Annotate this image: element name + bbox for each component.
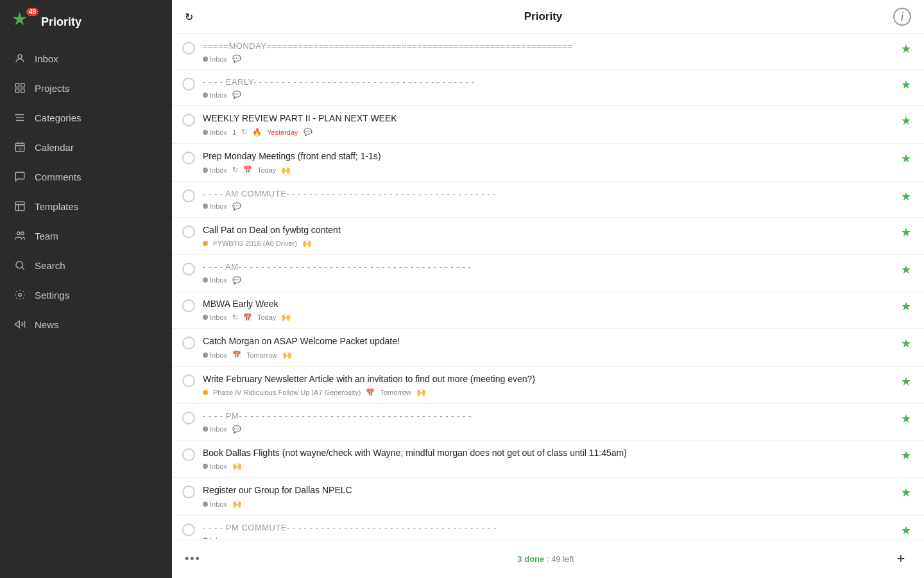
task-title[interactable]: - - - - AM COMMUTE- - - - - - - - - - - … [203,188,893,200]
task-checkbox[interactable] [182,189,195,202]
svg-point-0 [18,55,22,58]
task-title[interactable]: - - - - AM- - - - - - - - - - - - - - - … [203,261,893,273]
task-content: Register our Group for Dallas NPELC Inbo… [203,484,893,509]
task-title[interactable]: Write February Newsletter Article with a… [203,373,893,386]
notification-badge: 49 [26,8,38,16]
task-checkbox[interactable] [182,486,195,498]
sidebar-item-calendar[interactable]: 15 Calendar [0,132,172,162]
comment-icon: 💬 [304,128,312,136]
sidebar-item-templates[interactable]: Templates [0,191,172,221]
project-label: Phase IV Ridiculous Follow Up (A7 Genero… [213,389,361,396]
task-checkbox[interactable] [182,299,195,312]
project-dot [203,241,208,246]
task-title[interactable]: Catch Morgan on ASAP Welcome Packet upda… [203,335,893,348]
sidebar-item-search[interactable]: Search [0,250,172,280]
task-checkbox[interactable] [182,225,195,238]
star-button[interactable]: ★ [901,42,911,56]
star-button[interactable]: ★ [901,486,911,500]
sidebar-item-categories[interactable]: Categories [0,103,172,132]
task-title[interactable]: =====MONDAY=============================… [203,40,893,52]
star-button[interactable]: ★ [901,337,911,351]
comment-icon: 💬 [232,91,241,99]
star-button[interactable]: ★ [901,448,911,462]
meta-inbox: Inbox [203,462,227,470]
task-checkbox[interactable] [182,42,195,55]
task-content: Call Pat on Deal on fywbtg contentFYWBTG… [203,224,893,249]
templates-icon [13,199,27,213]
sidebar-item-comments[interactable]: Comments [0,162,172,191]
star-button[interactable]: ★ [901,189,911,204]
task-title[interactable]: Book Dallas Flights (not wayne/check wit… [203,447,893,460]
search-icon [13,258,27,272]
star-button[interactable]: ★ [901,152,911,166]
task-checkbox[interactable] [182,448,195,461]
task-checkbox[interactable] [182,114,195,127]
star-button[interactable]: ★ [901,114,911,128]
meta-inbox: Inbox [203,351,227,359]
task-content: Write February Newsletter Article with a… [203,373,893,398]
star-button[interactable]: ★ [901,523,911,538]
task-checkbox[interactable] [182,412,195,425]
task-title[interactable]: - - - - PM COMMUTE- - - - - - - - - - - … [203,522,893,534]
inbox-dot [203,315,208,320]
task-row: - - - - AM- - - - - - - - - - - - - - - … [172,255,924,291]
task-meta: Inbox🙌 [203,500,893,509]
task-title[interactable]: Prep Monday Meetings (front end staff; 1… [203,150,893,163]
task-content: WEEKLY REVIEW PART II - PLAN NEXT WEEK I… [203,112,893,137]
sidebar-item-news[interactable]: News [0,310,172,339]
due-date: Tomorrow [246,351,277,359]
meta-inbox: Inbox [203,55,227,63]
task-meta: Phase IV Ridiculous Follow Up (A7 Genero… [203,388,893,397]
star-button[interactable]: ★ [901,299,911,313]
more-options-button[interactable]: ••• [185,552,201,566]
task-checkbox[interactable] [182,337,195,349]
sidebar-item-team[interactable]: Team [0,221,172,250]
task-checkbox[interactable] [182,523,195,536]
task-checkbox[interactable] [182,78,195,91]
inbox-label: Inbox [210,500,227,508]
star-button[interactable]: ★ [901,263,911,277]
app-logo: ★ 49 [12,10,35,33]
task-row: - - - - PM COMMUTE- - - - - - - - - - - … [172,516,924,539]
sidebar-item-label: News [35,319,59,330]
inbox-dot [203,464,208,469]
star-button[interactable]: ★ [901,78,911,92]
sidebar-item-projects[interactable]: Projects [0,73,172,103]
star-button[interactable]: ★ [901,374,911,389]
sidebar-item-settings[interactable]: Settings [0,280,172,310]
main-footer: ••• 3 done : 49 left + [172,539,924,578]
task-meta: Inbox💬 [203,202,893,211]
inbox-dot [203,204,208,209]
task-title[interactable]: MBWA Early Week [203,298,893,311]
task-row: WEEKLY REVIEW PART II - PLAN NEXT WEEK I… [172,106,924,144]
svg-line-17 [22,267,24,269]
priority-hands-icon: 🙌 [416,388,426,397]
task-checkbox[interactable] [182,152,195,164]
task-title[interactable]: - - - - PM- - - - - - - - - - - - - - - … [203,410,893,422]
star-button[interactable]: ★ [901,225,911,240]
projects-icon [13,81,27,95]
svg-point-14 [17,232,21,235]
inbox-dot [203,353,208,358]
add-task-button[interactable]: + [891,548,911,569]
task-checkbox[interactable] [182,263,195,276]
settings-icon [13,288,27,302]
task-list: =====MONDAY=============================… [172,34,924,539]
task-title[interactable]: Register our Group for Dallas NPELC [203,484,893,497]
star-button[interactable]: ★ [901,412,911,426]
news-icon [13,317,27,331]
task-content: - - - - PM COMMUTE- - - - - - - - - - - … [203,522,893,539]
task-title[interactable]: - - - - EARLY- - - - - - - - - - - - - -… [203,76,893,88]
sidebar-item-label: Team [35,231,58,241]
inbox-dot [203,92,208,98]
inbox-dot [203,168,208,173]
task-title[interactable]: WEEKLY REVIEW PART II - PLAN NEXT WEEK [203,112,893,125]
sidebar-item-inbox[interactable]: Inbox [0,44,172,73]
task-title[interactable]: Call Pat on Deal on fywbtg content [203,224,893,237]
priority-hands-icon: 🙌 [281,313,291,322]
info-icon[interactable]: i [893,8,911,26]
svg-text:15: 15 [19,147,23,151]
task-checkbox[interactable] [182,374,195,387]
sidebar-item-label: Projects [35,83,69,94]
refresh-icon[interactable]: ↻ [185,11,193,23]
